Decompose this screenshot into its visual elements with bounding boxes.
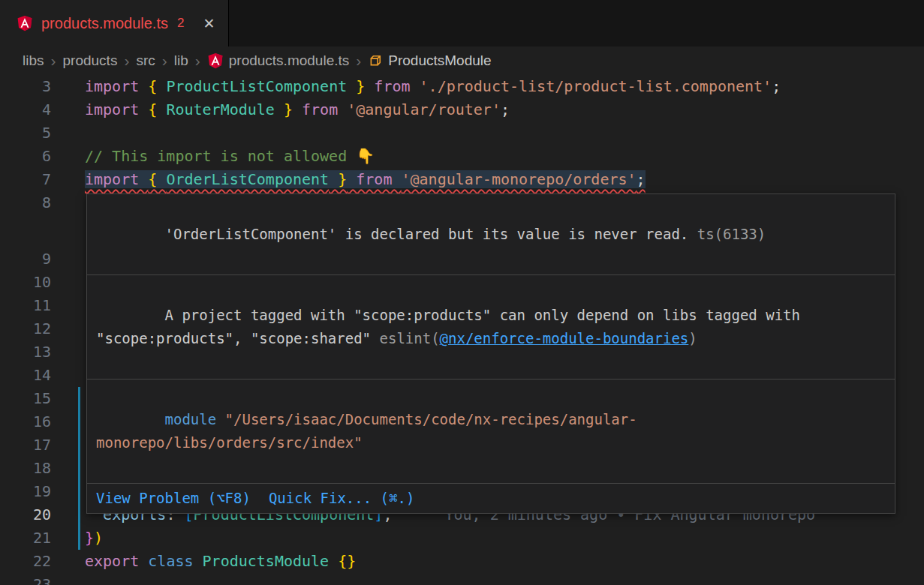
- breadcrumb-separator: ›: [162, 52, 167, 68]
- code-token: [329, 552, 338, 570]
- code-token: '@angular-monorepo/orders': [401, 170, 636, 188]
- tab-label: products.module.ts: [41, 15, 168, 32]
- code-line-6[interactable]: 6// This import is not allowed 👇: [0, 145, 924, 168]
- breadcrumb-item-libs[interactable]: libs: [23, 52, 44, 69]
- code-line-5[interactable]: 5: [0, 122, 924, 145]
- line-number: 3: [0, 75, 51, 98]
- code-token: ;: [772, 77, 781, 95]
- view-problem-action[interactable]: View Problem (⌥F8): [96, 487, 251, 510]
- line-number: 9: [0, 248, 51, 271]
- code-token: ): [94, 529, 103, 547]
- git-modified-indicator: [78, 387, 80, 410]
- code-token: from: [293, 100, 347, 118]
- code-token: 👇: [356, 147, 375, 165]
- angular-icon: [17, 15, 33, 32]
- code-token: {: [148, 170, 166, 188]
- code-token: './product-list/product-list.component': [420, 77, 772, 95]
- breadcrumb-item-products-module-ts[interactable]: products.module.ts: [207, 52, 350, 69]
- hover-popup: 'OrderListComponent' is declared but its…: [86, 194, 895, 514]
- code-token: ;: [501, 100, 510, 118]
- code-token: {: [148, 100, 166, 118]
- code-line-22[interactable]: 22export class ProductsModule {}: [0, 550, 924, 573]
- breadcrumb-item-productsmodule[interactable]: ProductsModule: [368, 52, 491, 69]
- code-text: import { ProductListComponent } from './…: [85, 75, 781, 98]
- code-token: }: [275, 100, 293, 118]
- line-number: 4: [0, 98, 51, 122]
- code-token: OrderListComponent: [166, 170, 329, 188]
- class-symbol-icon: [368, 53, 383, 68]
- eslint-source-close: ): [688, 330, 697, 346]
- code-text: // This import is not allowed 👇: [85, 145, 375, 168]
- breadcrumb-label: ProductsModule: [388, 52, 491, 69]
- code-token: ;: [637, 170, 646, 188]
- code-token: ProductListComponent: [166, 77, 347, 95]
- breadcrumb-separator: ›: [356, 52, 361, 68]
- angular-icon: [207, 52, 224, 69]
- breadcrumb-separator: ›: [51, 52, 56, 68]
- line-number: 11: [0, 294, 51, 317]
- breadcrumb: libs›products›src›lib› products.module.t…: [0, 46, 924, 75]
- code-token: from: [347, 170, 401, 188]
- module-keyword: module: [165, 411, 217, 428]
- eslint-source-open: eslint(: [380, 330, 440, 346]
- line-number: 18: [0, 457, 51, 480]
- code-text: export class ProductsModule {}: [85, 550, 356, 573]
- breadcrumb-separator: ›: [195, 52, 200, 68]
- code-token: ProductsModule: [203, 552, 330, 570]
- git-modified-indicator: [78, 410, 80, 434]
- line-number: 8: [0, 191, 51, 214]
- code-line-21[interactable]: 21}): [0, 526, 924, 550]
- breadcrumb-item-lib[interactable]: lib: [174, 52, 188, 69]
- eslint-rule-link[interactable]: @nx/enforce-module-boundaries: [440, 330, 689, 346]
- tab-close-button[interactable]: ✕: [203, 15, 215, 32]
- hover-module-info: module "/Users/isaac/Documents/code/nx-r…: [87, 380, 895, 483]
- breadcrumb-label: src: [136, 52, 155, 69]
- code-token: }: [347, 77, 365, 95]
- breadcrumb-label: products: [63, 52, 118, 69]
- code-token: '@angular/router': [347, 100, 501, 118]
- code-token: RouterModule: [166, 100, 275, 118]
- code-line-4[interactable]: 4import { RouterModule } from '@angular/…: [0, 98, 924, 122]
- line-number: 7: [0, 168, 51, 191]
- line-number: 13: [0, 340, 51, 364]
- line-number: 12: [0, 317, 51, 340]
- code-token: {}: [338, 552, 356, 570]
- code-token: {: [148, 77, 166, 95]
- hover-ts-diagnostic: 'OrderListComponent' is declared but its…: [87, 194, 895, 274]
- line-number: 10: [0, 271, 51, 294]
- git-modified-indicator: [78, 434, 80, 457]
- line-number: 21: [0, 526, 51, 550]
- code-text: import { RouterModule } from '@angular/r…: [85, 98, 510, 122]
- line-number: 22: [0, 550, 51, 573]
- code-line-3[interactable]: 3import { ProductListComponent } from '.…: [0, 75, 924, 98]
- ts-diagnostic-code: ts(6133): [688, 226, 766, 242]
- code-text: import { OrderListComponent } from '@ang…: [85, 168, 646, 191]
- tab-bar: products.module.ts 2 ✕: [0, 0, 924, 46]
- tab-products-module-ts[interactable]: products.module.ts 2 ✕: [0, 0, 229, 46]
- line-number: 14: [0, 364, 51, 387]
- tab-problems-badge: 2: [177, 16, 184, 31]
- git-modified-indicator: [78, 503, 80, 526]
- code-line-23[interactable]: 23: [0, 573, 924, 585]
- breadcrumb-label: lib: [174, 52, 188, 69]
- code-token: }: [329, 170, 347, 188]
- line-number: 19: [0, 480, 51, 503]
- code-editor[interactable]: 3import { ProductListComponent } from '.…: [0, 75, 924, 585]
- line-number: 15: [0, 387, 51, 410]
- code-token: import: [85, 77, 148, 95]
- hover-actions-bar: View Problem (⌥F8) Quick Fix... (⌘.): [87, 484, 895, 513]
- code-text: }): [85, 526, 103, 550]
- breadcrumb-label: products.module.ts: [229, 52, 350, 69]
- git-modified-indicator: [78, 526, 80, 550]
- code-line-7[interactable]: 7import { OrderListComponent } from '@an…: [0, 168, 924, 191]
- line-number: 16: [0, 410, 51, 434]
- breadcrumb-separator: ›: [124, 52, 129, 68]
- line-number: 6: [0, 145, 51, 168]
- quick-fix-action[interactable]: Quick Fix... (⌘.): [269, 487, 414, 510]
- breadcrumb-item-src[interactable]: src: [136, 52, 155, 69]
- line-number: 17: [0, 434, 51, 457]
- vscode-window: products.module.ts 2 ✕ libs›products›src…: [0, 0, 924, 585]
- code-token: }: [85, 529, 94, 547]
- breadcrumb-item-products[interactable]: products: [63, 52, 118, 69]
- code-token: // This import is not allowed: [85, 147, 356, 165]
